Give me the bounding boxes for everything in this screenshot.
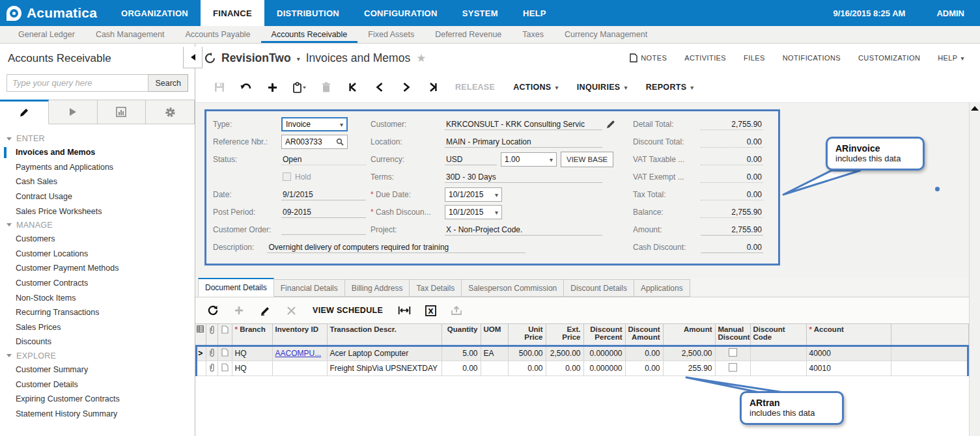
sidebar-tab-settings[interactable] <box>146 100 195 124</box>
clipboard-button[interactable] <box>286 77 313 97</box>
ext-price-cell[interactable]: 0.00 <box>546 361 583 376</box>
amount-cell[interactable]: 255.90 <box>663 361 715 376</box>
sidebar-item-invoices-and-memos[interactable]: Invoices and Memos <box>0 145 195 160</box>
sidebar-item-sales-price-worksheets[interactable]: Sales Price Worksheets <box>0 204 195 219</box>
sidebar-tab-edit[interactable] <box>0 100 49 124</box>
sidebar-item-customer-details[interactable]: Customer Details <box>0 377 195 392</box>
quantity-column-header[interactable]: Quantity <box>441 324 481 346</box>
view-schedule-button[interactable]: VIEW SCHEDULE <box>305 306 391 315</box>
grid-row-2[interactable]: HQ Freight ShipVia UPSNEXTDAY 0.00 0.00 … <box>195 361 969 376</box>
fit-width-icon[interactable] <box>392 301 417 320</box>
unit-price-column-header[interactable]: Unit Price <box>508 324 546 346</box>
branch-column-header[interactable]: Branch <box>232 324 272 346</box>
customization-link[interactable]: CUSTOMIZATION <box>858 54 920 62</box>
transaction-descr-column-header[interactable]: Transaction Descr. <box>327 324 441 346</box>
manual-discount-checkbox[interactable] <box>729 363 737 372</box>
user-menu[interactable]: ADMIN <box>936 8 964 18</box>
tab-document-details[interactable]: Document Details <box>198 277 274 297</box>
undo-button[interactable] <box>232 77 259 97</box>
inventory-id-cell[interactable]: AACOMPU... <box>272 346 327 361</box>
amount-cell[interactable]: 2,500.00 <box>663 346 715 361</box>
discount-amount-column-header[interactable]: Discount Amount <box>625 324 663 346</box>
tab-tax-details[interactable]: Tax Details <box>410 279 462 297</box>
sidebar-item-recurring-transactions[interactable]: Recurring Transactions <box>0 305 195 320</box>
refresh-icon[interactable] <box>204 53 216 64</box>
sidebar-item-non-stock-items[interactable]: Non-Stock Items <box>0 290 195 305</box>
collapse-sidebar-button[interactable] <box>183 47 203 68</box>
sidebar-item-payments-and-applications[interactable]: Payments and Applications <box>0 160 195 175</box>
customer-order-input[interactable] <box>281 224 366 235</box>
tree-section-manage[interactable]: MANAGE <box>0 219 195 232</box>
discount-percent-cell[interactable]: 0.000000 <box>583 346 625 361</box>
export-to-excel-icon[interactable]: X <box>418 301 443 320</box>
currency-value[interactable]: USD <box>445 154 497 165</box>
attachment-column-header[interactable] <box>206 324 217 346</box>
subnav-general-ledger[interactable]: General Ledger <box>8 26 85 43</box>
manual-discount-checkbox[interactable] <box>729 348 737 357</box>
topnav-organization[interactable]: ORGANIZATION <box>109 0 201 26</box>
project-value[interactable]: X - Non-Project Code. <box>445 224 602 236</box>
magnifier-icon[interactable] <box>336 138 344 146</box>
amount-value[interactable]: 2,755.90 <box>701 224 763 236</box>
due-date-select[interactable]: 10/1/2015 <box>445 187 502 202</box>
grid-delete-row-button[interactable] <box>279 301 303 320</box>
favorite-star-icon[interactable] <box>416 51 426 65</box>
discount-percent-cell[interactable]: 0.000000 <box>583 361 625 376</box>
topnav-help[interactable]: HELP <box>511 0 559 26</box>
upload-file-icon[interactable] <box>444 301 469 320</box>
edit-pencil-icon[interactable] <box>606 120 615 129</box>
discount-code-column-header[interactable]: Discount Code <box>750 324 806 346</box>
acumatica-logo[interactable]: Acumatica <box>0 0 109 26</box>
grid-row-1[interactable]: > HQ AACOMPU... Acer Laptop Computer 5.0… <box>195 346 969 361</box>
grid-refresh-button[interactable] <box>201 301 225 320</box>
account-cell[interactable]: 40000 <box>806 346 891 361</box>
scroll-up-button[interactable] <box>970 102 980 115</box>
cash-discount-date-select[interactable]: 10/1/2015 <box>445 205 502 219</box>
inventory-id-column-header[interactable]: Inventory ID <box>272 324 327 346</box>
search-button[interactable]: Search <box>148 74 188 92</box>
hold-checkbox[interactable] <box>283 172 291 181</box>
release-button[interactable]: RELEASE <box>446 83 504 92</box>
subnav-accounts-payable[interactable]: Accounts Payable <box>175 26 261 43</box>
tab-salesperson-commission[interactable]: Salesperson Commission <box>462 279 564 297</box>
actions-menu-button[interactable]: ACTIONS <box>504 83 568 92</box>
tab-billing-address[interactable]: Billing Address <box>345 279 410 297</box>
tab-discount-details[interactable]: Discount Details <box>564 279 634 297</box>
transaction-descr-cell[interactable]: Acer Laptop Computer <box>327 346 441 361</box>
note-icon[interactable] <box>217 346 232 361</box>
sidebar-tab-processes[interactable] <box>49 100 98 124</box>
discount-amount-cell[interactable]: 0.00 <box>625 361 663 376</box>
note-column-header[interactable] <box>217 324 232 346</box>
currency-rate-select[interactable]: 1.00 <box>501 152 557 167</box>
go-previous-button[interactable] <box>366 77 393 97</box>
sidebar-item-statement-history-summary[interactable]: Statement History Summary <box>0 407 195 422</box>
branch-cell[interactable]: HQ <box>232 346 272 361</box>
activities-link[interactable]: ACTIVITIES <box>684 54 726 62</box>
location-value[interactable]: MAIN - Primary Location <box>445 136 602 148</box>
grid-edit-row-button[interactable] <box>253 301 277 320</box>
sidebar-item-sales-prices[interactable]: Sales Prices <box>0 320 195 335</box>
quantity-cell[interactable]: 5.00 <box>441 346 481 361</box>
sidebar-item-customer-locations[interactable]: Customer Locations <box>0 247 195 262</box>
save-button[interactable] <box>206 77 232 97</box>
branch-cell[interactable]: HQ <box>232 361 272 376</box>
customer-value[interactable]: KRKCONSULT - KRK Consulting Servic <box>445 118 602 130</box>
sidebar-item-customer-summary[interactable]: Customer Summary <box>0 362 195 377</box>
discount-percent-column-header[interactable]: Discount Percent <box>583 324 625 346</box>
sidebar-item-customer-payment-methods[interactable]: Customer Payment Methods <box>0 261 195 276</box>
help-link[interactable]: HELP <box>938 54 964 62</box>
subnav-currency-management[interactable]: Currency Management <box>554 26 658 43</box>
tree-section-enter[interactable]: ENTER <box>0 132 195 145</box>
workspace-caret-icon[interactable] <box>297 52 300 64</box>
inventory-id-link[interactable]: AACOMPU... <box>275 349 322 358</box>
discount-amount-cell[interactable]: 0.00 <box>625 346 663 361</box>
go-next-button[interactable] <box>393 77 419 97</box>
cash-discount-value[interactable]: 0.00 <box>701 241 763 253</box>
delete-button[interactable] <box>313 77 339 97</box>
account-column-header[interactable]: Account <box>806 324 891 346</box>
uom-column-header[interactable]: UOM <box>481 324 508 346</box>
subnav-fixed-assets[interactable]: Fixed Assets <box>357 26 425 43</box>
uom-cell[interactable]: EA <box>481 346 508 361</box>
topnav-system[interactable]: SYSTEM <box>450 0 511 26</box>
subnav-deferred-revenue[interactable]: Deferred Revenue <box>425 26 512 43</box>
